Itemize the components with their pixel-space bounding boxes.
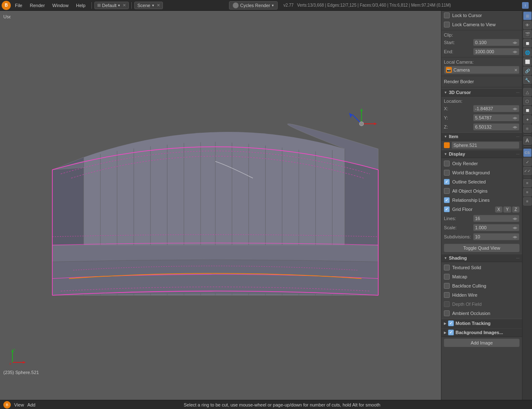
double-check-btn[interactable]: ✓✓ [523,167,532,175]
ambient-occlusion-row[interactable]: Ambient Occlusion [441,309,522,318]
grid-x-button[interactable]: X [495,206,503,213]
only-render-checkbox[interactable] [444,161,450,166]
toggle-quad-view-button[interactable]: Toggle Quad View [444,244,520,252]
info-icon[interactable]: i [522,2,529,9]
background-images-checkbox[interactable] [448,330,454,335]
grid-floor-checkbox[interactable] [444,206,450,212]
bars-mid[interactable]: ≡ [523,188,532,196]
subdivisions-field[interactable]: 10 ◀▶ [473,233,520,240]
checkmark-btn[interactable]: ✓ [523,158,532,166]
relationship-lines-row[interactable]: Relationship Lines [441,196,522,205]
item-section-header[interactable]: ▼ Item ··· [441,132,522,141]
svg-marker-48 [23,361,26,364]
hidden-wire-row[interactable]: Hidden Wire [441,290,522,300]
depth-of-field-checkbox[interactable] [444,301,450,307]
depth-of-field-row[interactable]: Depth Of Field [441,300,522,309]
lock-to-cursor-row[interactable]: Lock to Cursor [441,11,522,20]
matcap-checkbox[interactable] [444,274,450,280]
scene-close-icon[interactable]: ✕ [157,3,160,7]
bars-bot[interactable]: ≡ [523,197,532,206]
textured-solid-row[interactable]: Textured Solid [441,263,522,272]
x-label: X: [444,106,473,111]
world-background-row[interactable]: World Background [441,168,522,177]
backface-culling-label: Backface Culling [452,283,520,288]
scale-field[interactable]: 1.000 ◀▶ [473,224,520,231]
outline-selected-checkbox[interactable] [444,179,450,185]
subdivisions-arrow: ◀▶ [512,235,517,239]
view-icon-btn[interactable]: 👁 [523,21,532,29]
lines-field[interactable]: 16 ◀▶ [473,215,520,222]
z-field[interactable]: 6.50132 ◀▶ [473,123,520,131]
add-image-button[interactable]: Add Image [444,339,520,347]
ambient-occlusion-checkbox[interactable] [444,310,450,316]
hidden-wire-checkbox[interactable] [444,292,450,298]
view3d-icon-btn[interactable]: ⊞ [523,12,532,20]
lines-label: Lines: [444,216,473,221]
screen-selector[interactable]: ⊞ Default ▾ ✕ [94,2,129,9]
item-name-field[interactable]: Sphere.521 [451,141,520,149]
engine-selector[interactable]: Cycles Render ▾ [229,1,278,10]
render-border-row[interactable]: Render Border [441,77,522,86]
material-icon-btn[interactable]: ⬡ [523,97,532,105]
relationship-lines-checkbox[interactable] [444,197,450,203]
cursor-triangle-icon: ▼ [444,91,447,94]
data-icon-btn[interactable]: △ [523,88,532,96]
only-render-row[interactable]: Only Render [441,159,522,168]
grid-y-button[interactable]: Y [503,206,511,213]
scene-selector[interactable]: Scene ▾ ✕ [134,2,163,9]
backface-culling-checkbox[interactable] [444,283,450,289]
matcap-row[interactable]: Matcap [441,272,522,281]
status-view-label[interactable]: View [14,402,24,407]
menu-help[interactable]: Help [73,2,89,9]
outline-selected-row[interactable]: Outline Selected [441,177,522,186]
scene-icon-btn[interactable]: 🔲 [523,39,532,47]
clip-end-field[interactable]: 1000.000 ◀▶ [473,48,520,55]
menu-window[interactable]: Window [49,2,72,9]
world-icon-btn[interactable]: 🌐 [523,48,532,57]
camera-close-icon[interactable]: ✕ [514,68,517,72]
lock-to-cursor-checkbox[interactable] [444,12,450,18]
menu-file[interactable]: File [12,2,26,9]
all-object-origins-row[interactable]: All Object Origins [441,186,522,196]
status-add-label[interactable]: Add [27,402,36,407]
clip-end-row: End: 1000.000 ◀▶ [441,47,522,56]
grid-z-button[interactable]: Z [512,206,520,213]
modifier-icon-btn[interactable]: 🔧 [523,76,532,84]
bars-top[interactable]: ≡ [523,179,532,187]
render-icon-btn[interactable]: 🎬 [523,30,532,38]
letter-a-btn[interactable]: A [523,136,532,145]
all-object-origins-checkbox[interactable] [444,188,450,194]
textured-solid-checkbox[interactable] [444,265,450,270]
particle-icon-btn[interactable]: ✦ [523,115,532,124]
viewport-canvas[interactable] [0,11,441,400]
texture-icon-btn[interactable]: 🔲 [523,106,532,114]
status-blender-logo[interactable]: B [3,401,11,409]
background-images-section-header[interactable]: ▶ Background Images... [441,328,522,337]
icon-strip: ⊞ 👁 🎬 🔲 🌐 ⬜ 🔗 🔧 △ ⬡ 🔲 ✦ ⚛ A CS ✓ ✓✓ ≡ ≡ … [522,11,532,400]
y-field[interactable]: 5.54787 ◀▶ [473,114,520,121]
grid-floor-row[interactable]: Grid Floor X Y Z [441,205,522,214]
physics-icon-btn[interactable]: ⚛ [523,124,532,133]
svg-marker-2 [52,157,84,245]
lock-camera-to-view-row[interactable]: Lock Camera to View [441,20,522,29]
object-icon-btn[interactable]: ⬜ [523,57,532,66]
top-menu-bar: B File Render Window Help ⊞ Default ▾ ✕ … [0,0,532,11]
shading-section-header[interactable]: ▼ Shading ··· [441,254,522,262]
display-section-header[interactable]: ▼ Display ··· [441,150,522,158]
cursor-section-header[interactable]: ▼ 3D Cursor ··· [441,88,522,97]
motion-tracking-section-header[interactable]: ▶ Motion Tracking [441,319,522,328]
x-field[interactable]: -1.84837 ◀▶ [473,105,520,112]
viewport[interactable]: User Ortho [0,11,441,400]
cs-btn[interactable]: CS [523,149,532,157]
constraint-icon-btn[interactable]: 🔗 [523,67,532,75]
camera-selector[interactable]: 📷 Camera ✕ [444,66,520,74]
menu-render[interactable]: Render [27,2,48,9]
z-row: Z: 6.50132 ◀▶ [441,122,522,131]
lock-camera-checkbox[interactable] [444,22,450,27]
clip-start-field[interactable]: 0.100 ◀▶ [473,39,520,46]
blender-logo[interactable]: B [2,1,11,10]
motion-tracking-checkbox[interactable] [448,320,454,326]
world-background-checkbox[interactable] [444,170,450,176]
backface-culling-row[interactable]: Backface Culling [441,281,522,290]
close-icon[interactable]: ✕ [123,3,126,7]
